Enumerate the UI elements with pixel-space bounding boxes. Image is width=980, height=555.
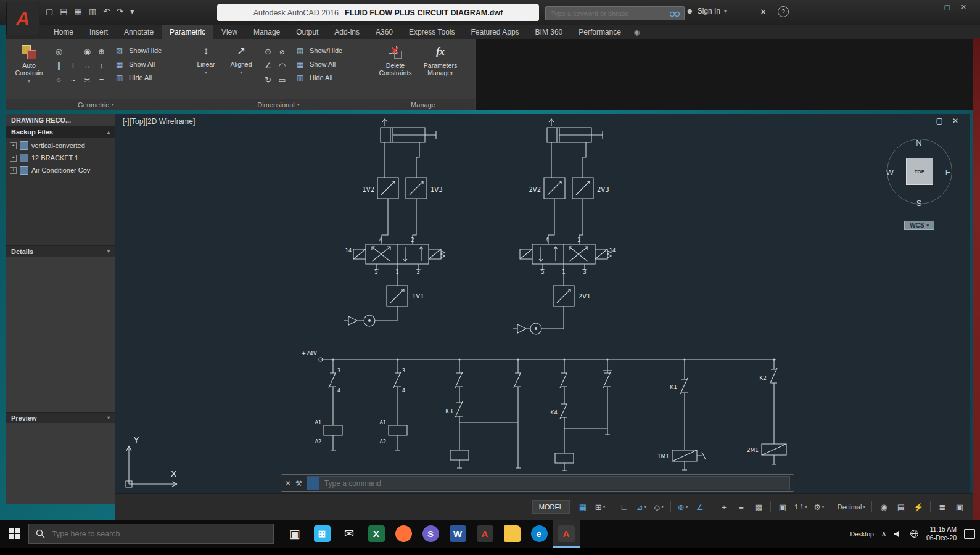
coincident-constraint-icon[interactable]: ◎ bbox=[52, 45, 65, 58]
symmetric-constraint-icon[interactable]: ≍ bbox=[81, 73, 94, 86]
annotation-monitor-toggle[interactable]: ◉ bbox=[876, 500, 891, 514]
osnap-toggle[interactable]: ⊚▾ bbox=[675, 500, 690, 514]
network-icon[interactable] bbox=[910, 529, 919, 538]
tab-manage[interactable]: Manage bbox=[245, 25, 288, 39]
maximize-button[interactable]: ▢ bbox=[944, 3, 950, 11]
application-menu-button[interactable]: A bbox=[6, 2, 39, 35]
task-view-icon[interactable]: ▣ bbox=[281, 520, 308, 548]
tray-overflow-chevron-icon[interactable]: ∧ bbox=[881, 530, 886, 538]
tab-add-ins[interactable]: Add-ins bbox=[326, 25, 368, 39]
backup-file-12-bracket-1[interactable]: +12 BRACKET 1 bbox=[7, 153, 113, 163]
panel-title-geometric[interactable]: Geometric ▾ bbox=[6, 99, 186, 110]
backup-file-air-conditioner-cov[interactable]: +Air Conditioner Cov bbox=[7, 165, 113, 175]
preview-header[interactable]: Preview ▾ bbox=[6, 412, 115, 423]
qat-save-icon[interactable]: ▦ bbox=[75, 7, 82, 16]
qat-open-icon[interactable]: ▤ bbox=[60, 7, 67, 16]
backup-file-vertical-converted[interactable]: +vertical-converted bbox=[7, 141, 113, 150]
collinear-constraint-icon[interactable]: — bbox=[67, 45, 80, 58]
angular-dimension-icon[interactable]: ∠ bbox=[261, 59, 274, 72]
viewcube-top-face[interactable]: TOP bbox=[906, 158, 933, 185]
expand-icon[interactable]: + bbox=[10, 142, 17, 149]
command-line[interactable]: ✕ ⚒ bbox=[281, 474, 794, 492]
tab-performance[interactable]: Performance bbox=[570, 25, 629, 39]
skype-icon[interactable]: S bbox=[417, 520, 444, 548]
lineweight-toggle[interactable]: ≡ bbox=[734, 500, 749, 514]
radial-dimension-icon[interactable]: ⊙ bbox=[261, 45, 274, 58]
vertical-constraint-icon[interactable]: ↕ bbox=[95, 59, 108, 72]
viewcube-north-label[interactable]: N bbox=[916, 138, 921, 147]
tab-output[interactable]: Output bbox=[288, 25, 326, 39]
store-icon[interactable]: ⊞ bbox=[308, 520, 336, 548]
horizontal-constraint-icon[interactable]: ↔ bbox=[81, 59, 94, 72]
tab-featured-apps[interactable]: Featured Apps bbox=[463, 25, 527, 39]
aligned-dimension-button[interactable]: ↗ Aligned ▾ bbox=[226, 44, 256, 75]
linear-dimension-button[interactable]: ↕ Linear ▾ bbox=[191, 44, 221, 75]
volume-icon[interactable] bbox=[894, 530, 902, 538]
desktop-label[interactable]: Desktop bbox=[850, 530, 874, 538]
preview-collapse-icon[interactable]: ▾ bbox=[107, 415, 110, 421]
graphics-performance-toggle[interactable]: ⚡ bbox=[911, 500, 926, 514]
transparency-toggle[interactable]: ▩ bbox=[751, 500, 766, 514]
taskbar-search-box[interactable] bbox=[28, 524, 274, 544]
backup-files-collapse-icon[interactable]: ▴ bbox=[107, 130, 110, 135]
excel-icon[interactable]: X bbox=[363, 520, 390, 548]
dynamic-input-toggle[interactable]: + bbox=[717, 500, 731, 514]
minimize-button[interactable]: ─ bbox=[929, 3, 934, 11]
command-tools-icon[interactable]: ⚒ bbox=[295, 479, 302, 488]
viewcube-west-label[interactable]: W bbox=[886, 168, 894, 177]
convert-dimension-icon[interactable]: ↻ bbox=[261, 73, 274, 86]
qat-new-icon[interactable]: ▢ bbox=[46, 7, 53, 16]
sign-in-menu[interactable]: ☻ Sign In ▾ bbox=[686, 7, 727, 15]
command-input[interactable] bbox=[319, 479, 789, 488]
quick-properties-toggle[interactable]: ▤ bbox=[894, 500, 908, 514]
tab-insert[interactable]: Insert bbox=[81, 25, 116, 39]
units-display[interactable]: Decimal▾ bbox=[836, 500, 867, 514]
tab-a360[interactable]: A360 bbox=[368, 25, 401, 39]
view-cube[interactable]: N W E S TOP bbox=[882, 134, 956, 212]
autocad-icon[interactable]: A bbox=[471, 520, 498, 548]
autodesk-exchange-icon[interactable]: ✕ bbox=[760, 7, 767, 17]
tab-annotate[interactable]: Annotate bbox=[116, 25, 162, 39]
viewport-controls[interactable]: [-][Top][2D Wireframe] bbox=[123, 117, 195, 126]
command-close-icon[interactable]: ✕ bbox=[285, 479, 291, 488]
close-button[interactable]: ✕ bbox=[961, 3, 966, 11]
expand-icon[interactable]: + bbox=[10, 167, 17, 174]
equal-constraint-icon[interactable]: = bbox=[95, 73, 108, 86]
dimensional-show-hide-button[interactable]: ▨Show/Hide bbox=[294, 45, 345, 56]
snap-toggle[interactable]: ⊞▾ bbox=[593, 500, 607, 514]
action-center-icon[interactable] bbox=[964, 529, 975, 539]
fix-constraint-icon[interactable]: ⊕ bbox=[95, 45, 108, 58]
tab-express-tools[interactable]: Express Tools bbox=[401, 25, 463, 39]
panel-title-manage[interactable]: Manage bbox=[371, 99, 475, 110]
mail-icon[interactable]: ✉ bbox=[336, 520, 363, 548]
model-space-button[interactable]: MODEL bbox=[532, 500, 570, 514]
tab-bim-360[interactable]: BIM 360 bbox=[527, 25, 571, 39]
qat-print-icon[interactable]: ▥ bbox=[89, 7, 96, 16]
backup-files-header[interactable]: Backup Files ▴ bbox=[6, 126, 115, 138]
model-space-viewport[interactable]: X Y 1V21V342145131V12V22V342145132V1+24V… bbox=[115, 114, 970, 493]
qat-redo-icon[interactable]: ↷ bbox=[117, 7, 123, 16]
dimensional-hide-all-button[interactable]: ▥Hide All bbox=[294, 72, 345, 83]
tab-parametric[interactable]: Parametric bbox=[162, 25, 213, 39]
expand-icon[interactable]: + bbox=[10, 155, 17, 162]
qat-workspace-dropdown-icon[interactable]: ▾ bbox=[130, 7, 134, 16]
drawing-close-button[interactable]: ✕ bbox=[952, 117, 958, 125]
autocad-active-icon[interactable]: A bbox=[553, 520, 580, 548]
panel-title-dimensional[interactable]: Dimensional ▾ bbox=[186, 99, 371, 110]
dimensional-show-all-button[interactable]: ▦Show All bbox=[294, 59, 345, 70]
edge-icon[interactable]: e bbox=[525, 520, 553, 548]
recent-commands-button[interactable] bbox=[307, 477, 319, 490]
geometric-show-all-button[interactable]: ▦Show All bbox=[113, 59, 164, 70]
delete-constraints-button[interactable]: ✕ Delete Constraints bbox=[376, 44, 414, 76]
arc-dimension-icon[interactable]: ◠ bbox=[276, 59, 289, 72]
ortho-toggle[interactable]: ∟ bbox=[617, 500, 632, 514]
customize-button[interactable]: ≣ bbox=[935, 500, 950, 514]
clean-screen-button[interactable]: ▣ bbox=[952, 500, 967, 514]
drawing-maximize-button[interactable]: ▢ bbox=[936, 117, 943, 125]
parallel-constraint-icon[interactable]: ∥ bbox=[52, 59, 65, 72]
tangent-constraint-icon[interactable]: ○ bbox=[52, 73, 65, 86]
viewcube-east-label[interactable]: E bbox=[945, 168, 951, 177]
right-edge-scrollbar[interactable] bbox=[973, 38, 980, 520]
details-header[interactable]: Details ▾ bbox=[6, 245, 115, 257]
isodraft-toggle[interactable]: ◇▾ bbox=[651, 500, 666, 514]
